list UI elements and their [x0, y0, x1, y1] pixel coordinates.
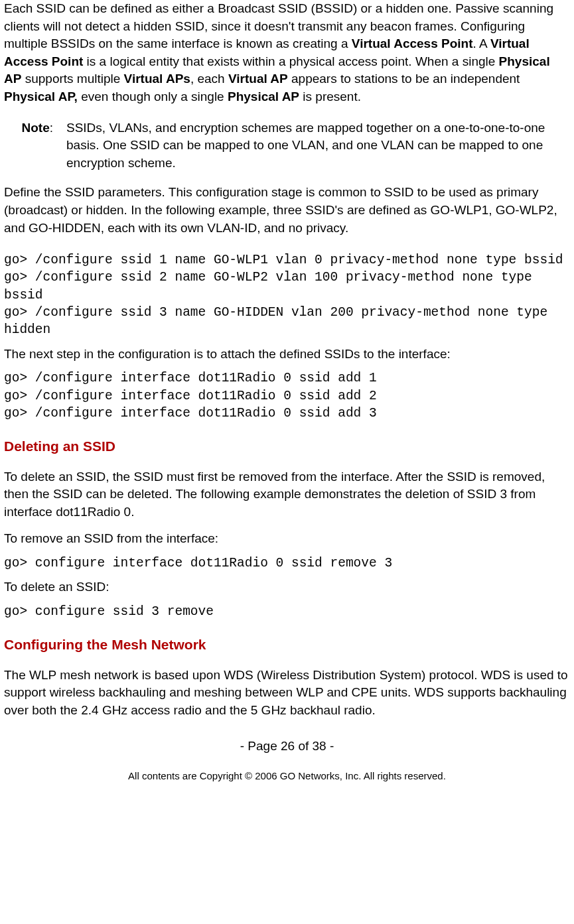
intro-text-d: supports multiple — [21, 72, 123, 86]
intro-text-b: . A — [473, 36, 490, 50]
term-virtual-ap-1: Virtual Access Point — [352, 36, 473, 50]
note-label-text: Note — [21, 121, 49, 135]
intro-text-c: is a logical entity that exists within a… — [83, 54, 498, 68]
term-virtual-ap-3: Virtual AP — [228, 72, 288, 86]
page-footer: - Page 26 of 38 - All contents are Copyr… — [4, 738, 570, 783]
intro-text-f: appears to stations to be an independent — [288, 72, 520, 86]
copyright-text: All contents are Copyright © 2006 GO Net… — [4, 769, 570, 783]
code-block-ssid-config: go> /configure ssid 1 name GO-WLP1 vlan … — [4, 251, 570, 339]
note-label: Note: — [4, 119, 66, 172]
intro-paragraph: Each SSID can be defined as either a Bro… — [4, 0, 570, 106]
define-paragraph: Define the SSID parameters. This configu… — [4, 184, 570, 237]
heading-mesh-network: Configuring the Mesh Network — [4, 635, 570, 654]
term-virtual-aps: Virtual APs — [124, 72, 190, 86]
term-physical-ap-3: Physical AP — [228, 90, 299, 103]
code-block-ssid-attach: go> /configure interface dot11Radio 0 ss… — [4, 369, 570, 422]
note-block: Note: SSIDs, VLANs, and encryption schem… — [4, 119, 570, 172]
note-body: SSIDs, VLANs, and encryption schemes are… — [66, 119, 570, 172]
intro-text-g: even though only a single — [78, 90, 228, 103]
note-colon: : — [50, 121, 53, 135]
code-block-ssid-remove: go> configure ssid 3 remove — [4, 603, 570, 620]
code-block-ssid-remove-iface: go> configure interface dot11Radio 0 ssi… — [4, 555, 570, 572]
delete-paragraph-2: To remove an SSID from the interface: — [4, 530, 570, 548]
heading-deleting-ssid: Deleting an SSID — [4, 436, 570, 456]
attach-paragraph: The next step in the configuration is to… — [4, 346, 570, 363]
page-number: - Page 26 of 38 - — [4, 738, 570, 756]
intro-text-h: is present. — [299, 90, 361, 103]
intro-text-e: , each — [190, 72, 228, 86]
delete-paragraph-3: To delete an SSID: — [4, 578, 570, 596]
delete-paragraph-1: To delete an SSID, the SSID must first b… — [4, 468, 570, 521]
mesh-paragraph: The WLP mesh network is based upon WDS (… — [4, 667, 570, 720]
term-physical-ap-2: Physical AP, — [4, 90, 78, 103]
